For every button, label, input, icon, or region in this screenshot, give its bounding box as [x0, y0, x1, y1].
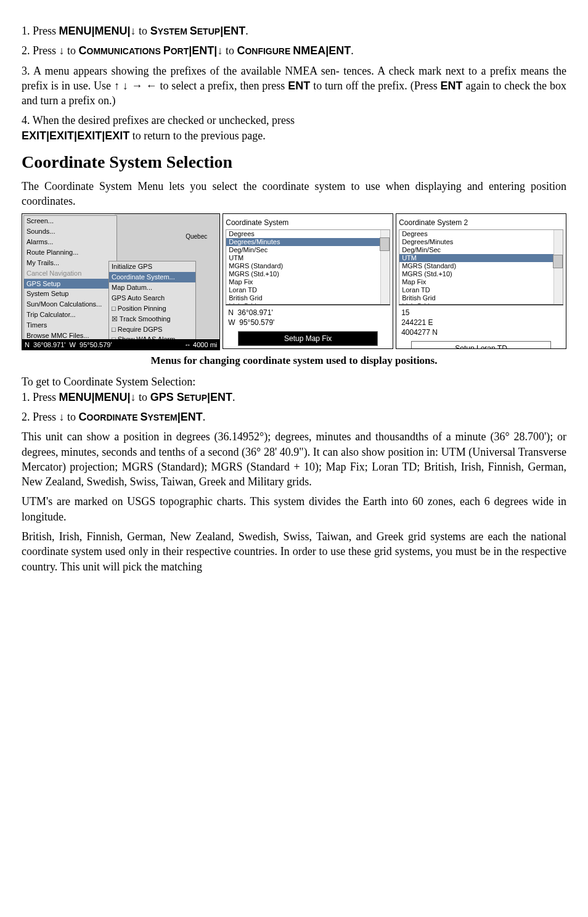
text: 4. When the desired prefixes are checked…: [22, 114, 295, 126]
menu-item[interactable]: My Trails...: [24, 258, 116, 268]
menu-item[interactable]: Alarms...: [24, 237, 116, 247]
submenu-item[interactable]: □ Position Pinning: [109, 303, 195, 314]
coord-option[interactable]: Deg/Min/Sec: [226, 246, 390, 254]
body-para-4: UTM's are marked on USGS topographic cha…: [22, 494, 566, 524]
scrollbar[interactable]: [553, 230, 563, 304]
body-para-3: This unit can show a position in degrees…: [22, 429, 566, 489]
readout-n: N: [228, 308, 234, 317]
status-lat: 36°08.971': [33, 341, 65, 348]
coord-readout: 15 244221 E 4004277 N: [399, 305, 563, 340]
readout-lat: 36°08.971': [238, 308, 273, 317]
text: C: [79, 411, 87, 423]
main-menu: Screen... Sounds... Alarms... Route Plan…: [23, 215, 117, 341]
text: .: [245, 25, 248, 37]
coord-option[interactable]: British Grid: [399, 294, 563, 302]
coord-option[interactable]: Degrees/Minutes: [399, 238, 563, 246]
to-get-text: To get to Coordinate System Selection:: [22, 374, 566, 389]
scroll-thumb[interactable]: [553, 255, 563, 268]
scrollbar[interactable]: [380, 230, 390, 304]
step-1b: 1. Press MENU|MENU|↓ to GPS SETUP|ENT.: [22, 390, 566, 405]
step-2b: 2. Press ↓ to COORDINATE SYSTEM|ENT.: [22, 409, 566, 424]
text: ONFIGURE: [245, 46, 293, 56]
key-ent: ENT: [329, 44, 351, 57]
text: to: [223, 44, 237, 57]
panel-title: Coordinate System: [226, 216, 390, 229]
menu-item[interactable]: Screen...: [24, 216, 116, 226]
coord-option[interactable]: Map Fix: [399, 278, 563, 286]
text: to turn off the prefix. (Press: [310, 80, 437, 92]
coord-option[interactable]: MGRS (Standard): [226, 262, 390, 270]
figure-caption: Menus for changing coordinate system use…: [22, 354, 566, 368]
submenu-item[interactable]: Map Datum...: [109, 282, 195, 293]
menu-item[interactable]: System Setup: [24, 289, 116, 299]
menu-item[interactable]: Sounds...: [24, 226, 116, 237]
coord-option[interactable]: Irish Grid: [226, 302, 390, 305]
coord-option[interactable]: Deg/Min/Sec: [399, 246, 563, 254]
coord-option-selected[interactable]: Degrees/Minutes: [226, 238, 390, 246]
readout-lon: 95°50.579': [239, 318, 274, 327]
coord-option[interactable]: MGRS (Std.+10): [399, 270, 563, 278]
submenu-item-selected[interactable]: Coordinate System...: [109, 272, 195, 282]
text: YSTEM: [147, 413, 177, 422]
status-lon: 95°50.579': [80, 341, 112, 348]
readout-easting: 244221 E: [401, 318, 433, 327]
coord-list: Degrees Degrees/Minutes Deg/Min/Sec UTM …: [399, 229, 563, 305]
text: .: [232, 391, 235, 403]
arrow-down-icon: ↓: [59, 44, 65, 57]
coord-option[interactable]: MGRS (Standard): [399, 262, 563, 270]
text: C: [79, 44, 87, 57]
coord-option[interactable]: Degrees: [226, 230, 390, 238]
coord-option[interactable]: Loran TD: [226, 286, 390, 294]
screenshot-coord-system: Coordinate System Degrees Degrees/Minute…: [223, 213, 393, 349]
key-ent: ENT: [288, 80, 310, 92]
submenu-item[interactable]: □ Require DGPS: [109, 324, 195, 335]
step-3: 3. A menu appears showing the prefixes o…: [22, 64, 566, 109]
key-menu: MENU: [95, 25, 128, 37]
text: S: [190, 25, 197, 37]
submenu-item[interactable]: Initialize GPS: [109, 261, 195, 272]
coord-option[interactable]: UTM: [226, 254, 390, 262]
screenshot-coord-system-2: Coordinate System 2 Degrees Degrees/Minu…: [396, 213, 566, 349]
map-label-quebec: Quebec: [186, 232, 207, 241]
coord-option[interactable]: Map Fix: [226, 278, 390, 286]
menu-item[interactable]: Route Planning...: [24, 247, 116, 258]
coord-option[interactable]: Loran TD: [399, 286, 563, 294]
setup-map-fix-button[interactable]: Setup Map Fix: [238, 331, 378, 346]
key-ent: ENT: [210, 391, 232, 403]
step-1: 1. Press MENU|MENU|↓ to SYSTEM SETUP|ENT…: [22, 23, 566, 38]
coord-option[interactable]: MGRS (Std.+10): [226, 270, 390, 278]
text: C: [237, 44, 245, 57]
key-ent: ENT: [223, 25, 245, 37]
scroll-thumb[interactable]: [380, 237, 390, 251]
text: OMMUNICATIONS: [87, 46, 163, 56]
menu-item[interactable]: Trip Calculator...: [24, 310, 116, 320]
setup-loran-button[interactable]: Setup Loran TD: [411, 341, 551, 350]
coord-option[interactable]: Degrees: [399, 230, 563, 238]
coord-option[interactable]: British Grid: [226, 294, 390, 302]
submenu-item[interactable]: GPS Auto Search: [109, 293, 195, 303]
key-exit: EXIT: [22, 130, 46, 142]
readout-zone: 15: [401, 308, 409, 317]
menu-item-selected[interactable]: GPS Setup: [24, 279, 116, 289]
status-bar: N 36°08.971' W 95°50.579' ↔ 4000 mi: [22, 339, 219, 350]
coord-readout: N 36°08.971' W 95°50.579': [226, 305, 390, 330]
menu-item[interactable]: Sun/Moon Calculations...: [24, 299, 116, 310]
menu-item[interactable]: Timers: [24, 320, 116, 331]
menu-item-disabled: Cancel Navigation: [24, 268, 116, 279]
gps-setup-submenu: Initialize GPS Coordinate System... Map …: [108, 261, 196, 350]
coord-option-selected[interactable]: UTM: [399, 254, 563, 262]
step-4: 4. When the desired prefixes are checked…: [22, 113, 566, 143]
key-exit: EXIT: [105, 130, 129, 142]
text: 1. Press: [22, 391, 59, 403]
status-scale: ↔ 4000 mi: [184, 340, 217, 350]
arrow-down-icon: ↓: [131, 391, 136, 403]
text: 2. Press: [22, 44, 59, 57]
text: 1. Press: [22, 25, 59, 37]
submenu-item[interactable]: ☒ Track Smoothing: [109, 314, 195, 324]
key-exit: EXIT: [77, 130, 102, 142]
arrow-keys-icon: ↓ → ←: [123, 80, 157, 92]
key-menu: MENU: [59, 25, 92, 37]
text: S: [150, 25, 158, 37]
text: ORT: [171, 46, 189, 56]
coord-option[interactable]: Irish Grid: [399, 302, 563, 305]
